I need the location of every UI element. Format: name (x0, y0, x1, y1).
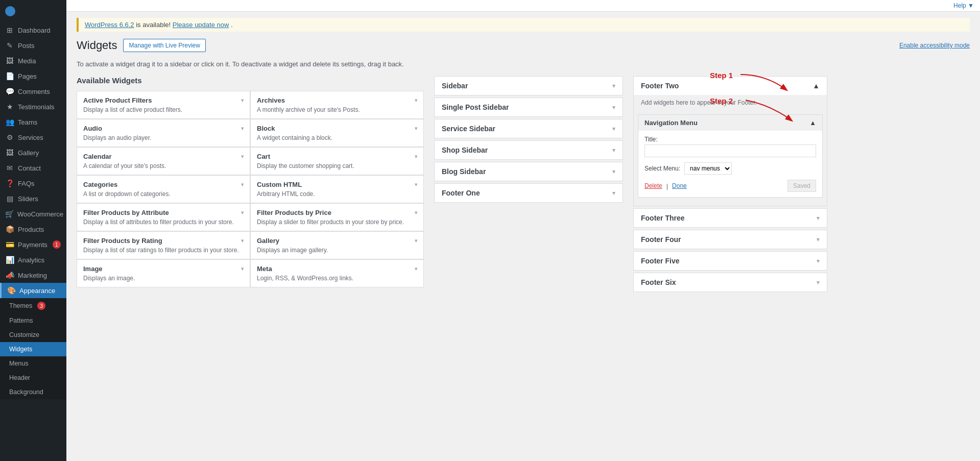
sidebar-item-appearance[interactable]: 🎨 Appearance (0, 283, 66, 298)
nav-menu-form: Title: Select Menu: nav menus (638, 131, 822, 197)
sidebar-area-header[interactable]: Service Sidebar ▾ (435, 119, 623, 138)
sidebar-item-widgets[interactable]: Widgets (0, 342, 66, 356)
done-link[interactable]: Done (672, 182, 687, 189)
sidebar-item-patterns[interactable]: Patterns (0, 313, 66, 328)
page-header: Widgets Manage with Live Preview Enable … (77, 39, 970, 52)
widget-item-cart[interactable]: Cart ▾ Display the customer shopping car… (250, 147, 424, 175)
update-now-link[interactable]: Please update now (173, 21, 229, 29)
chevron-down-icon: ▾ (612, 147, 615, 154)
widget-item-active-product-filters[interactable]: Active Product Filters ▾ Display a list … (77, 91, 250, 119)
contact-icon: ✉ (5, 164, 14, 172)
sidebar-area-shop[interactable]: Shop Sidebar ▾ (434, 140, 623, 160)
sidebar-item-background[interactable]: Background (0, 385, 66, 399)
footer-two-column: Step 1 Step 2 (633, 76, 827, 294)
sidebar-area-single-post[interactable]: Single Post Sidebar ▾ (434, 98, 623, 117)
widget-name: Audio ▾ (83, 125, 244, 132)
title-label: Title: (644, 136, 816, 143)
posts-icon: ✎ (5, 41, 14, 50)
chevron-down-icon: ▾ (241, 154, 244, 159)
accessibility-link[interactable]: Enable accessibility mode (899, 42, 970, 49)
sidebar-item-posts[interactable]: ✎ Posts (0, 38, 66, 53)
widget-item-custom-html[interactable]: Custom HTML ▾ Arbitrary HTML code. (250, 175, 424, 203)
sidebar-item-teams[interactable]: 👥 Teams (0, 114, 66, 130)
sidebar-item-menus[interactable]: Menus (0, 356, 66, 371)
gallery-icon: 🖼 (5, 149, 14, 157)
title-input[interactable] (644, 144, 816, 157)
help-button[interactable]: Help ▼ (953, 2, 974, 9)
dashboard-icon: ⊞ (5, 26, 14, 34)
widget-item-calendar[interactable]: Calendar ▾ A calendar of your site's pos… (77, 147, 250, 175)
chevron-down-icon: ▾ (817, 279, 820, 286)
chevron-down-icon: ▾ (241, 238, 244, 244)
sidebar-area-header[interactable]: Footer One ▾ (435, 184, 623, 202)
widget-item-gallery[interactable]: Gallery ▾ Displays an image gallery. (250, 231, 424, 259)
sidebar-area-footer-one[interactable]: Footer One ▾ (434, 183, 623, 203)
update-banner-post: . (231, 21, 233, 29)
widget-item-block[interactable]: Block ▾ A widget containing a block. (250, 119, 424, 147)
footer-two-padding (634, 202, 827, 206)
sidebar-areas-column: Sidebar ▾ Single Post Sidebar ▾ Service … (434, 76, 623, 205)
sidebar-item-woocommerce[interactable]: 🛒 WooCommerce (0, 206, 66, 222)
widget-name: Filter Products by Rating ▾ (83, 237, 244, 245)
marketing-icon: 📣 (5, 271, 14, 279)
widget-item-meta[interactable]: Meta ▾ Login, RSS, & WordPress.org links… (250, 259, 424, 287)
testimonials-icon: ★ (5, 103, 14, 111)
sidebar-item-comments[interactable]: 💬 Comments (0, 84, 66, 99)
chevron-down-icon: ▾ (415, 238, 417, 244)
sidebar-item-dashboard[interactable]: ⊞ Dashboard (0, 22, 66, 38)
widget-name: Filter Products by Attribute ▾ (83, 209, 244, 216)
sidebar-area-service[interactable]: Service Sidebar ▾ (434, 119, 623, 138)
chevron-down-icon: ▾ (241, 98, 244, 103)
wp-logo-icon (5, 6, 15, 16)
available-widgets-column: Available Widgets Active Product Filters… (77, 76, 424, 287)
widget-item-audio[interactable]: Audio ▾ Displays an audio player. (77, 119, 250, 147)
widget-name: Block ▾ (257, 125, 417, 132)
footer-six-box[interactable]: Footer Six ▾ (633, 273, 827, 292)
footer-four-box[interactable]: Footer Four ▾ (633, 230, 827, 249)
widget-item-filter-attr[interactable]: Filter Products by Attribute ▾ Display a… (77, 203, 250, 231)
chevron-down-icon: ▾ (817, 215, 820, 222)
sidebar-area-header[interactable]: Sidebar ▾ (435, 77, 623, 95)
sidebar-item-products[interactable]: 📦 Products (0, 222, 66, 237)
wp-version-link[interactable]: WordPress 6.6.2 (85, 21, 134, 29)
sidebar-item-payments[interactable]: 💳 Payments 1 (0, 237, 66, 252)
sidebar-item-contact[interactable]: ✉ Contact (0, 160, 66, 176)
widget-item-categories[interactable]: Categories ▾ A list or dropdown of categ… (77, 175, 250, 203)
footer-two-description: Add widgets here to appear in your Foote… (634, 95, 827, 110)
sidebar-item-sliders[interactable]: ▤ Sliders (0, 191, 66, 206)
widget-grid: Active Product Filters ▾ Display a list … (77, 91, 424, 287)
sidebar-item-gallery[interactable]: 🖼 Gallery (0, 145, 66, 160)
sidebar-area-sidebar[interactable]: Sidebar ▾ (434, 76, 623, 95)
nav-menu-select[interactable]: nav menus (684, 162, 732, 175)
sidebar-item-themes[interactable]: Themes 3 (0, 298, 66, 313)
sidebar-item-media[interactable]: 🖼 Media (0, 53, 66, 68)
sidebar-item-analytics[interactable]: 📊 Analytics (0, 252, 66, 268)
footer-three-box[interactable]: Footer Three ▾ (633, 208, 827, 228)
sidebar-item-customize[interactable]: Customize (0, 328, 66, 342)
widget-actions: Delete | Done (644, 182, 687, 190)
sidebar-area-blog[interactable]: Blog Sidebar ▾ (434, 162, 623, 181)
nav-menu-widget-header[interactable]: Navigation Menu ▲ (638, 115, 822, 131)
widget-item-archives[interactable]: Archives ▾ A monthly archive of your sit… (250, 91, 424, 119)
live-preview-button[interactable]: Manage with Live Preview (123, 39, 205, 52)
sidebar-area-header[interactable]: Blog Sidebar ▾ (435, 162, 623, 181)
footer-two-header[interactable]: Footer Two ▲ (634, 77, 827, 95)
widget-item-filter-rating[interactable]: Filter Products by Rating ▾ Display a li… (77, 231, 250, 259)
sidebar-item-services[interactable]: ⚙ Services (0, 130, 66, 145)
chevron-down-icon: ▾ (415, 126, 417, 131)
widget-name: Active Product Filters ▾ (83, 96, 244, 104)
sidebar-item-pages[interactable]: 📄 Pages (0, 68, 66, 84)
sidebar-item-header[interactable]: Header (0, 371, 66, 385)
delete-link[interactable]: Delete (644, 182, 662, 189)
footer-five-box[interactable]: Footer Five ▾ (633, 251, 827, 271)
chevron-down-icon: ▾ (241, 182, 244, 187)
sidebar-item-faqs[interactable]: ❓ FAQs (0, 176, 66, 191)
sidebar-item-testimonials[interactable]: ★ Testimonials (0, 99, 66, 114)
widget-item-image[interactable]: Image ▾ Displays an image. (77, 259, 250, 287)
sidebar-area-header[interactable]: Shop Sidebar ▾ (435, 141, 623, 159)
media-icon: 🖼 (5, 57, 14, 65)
widget-item-filter-price[interactable]: Filter Products by Price ▾ Display a sli… (250, 203, 424, 231)
admin-sidebar: ⊞ Dashboard ✎ Posts 🖼 Media 📄 Pages 💬 Co… (0, 0, 66, 461)
sidebar-area-header[interactable]: Single Post Sidebar ▾ (435, 98, 623, 116)
sidebar-item-marketing[interactable]: 📣 Marketing (0, 268, 66, 283)
